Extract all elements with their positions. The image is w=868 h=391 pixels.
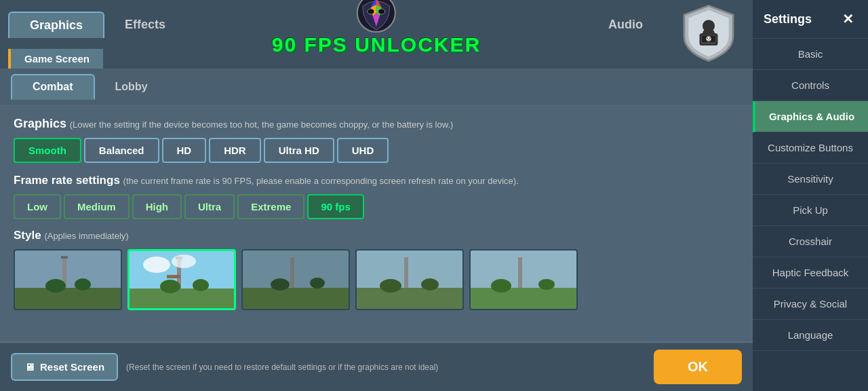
reset-label: Reset Screen bbox=[40, 361, 104, 373]
svg-point-34 bbox=[421, 278, 439, 291]
svg-point-39 bbox=[538, 279, 555, 290]
close-icon[interactable]: ✕ bbox=[838, 10, 857, 29]
style-section-title: Style (Applies immediately) bbox=[14, 229, 739, 242]
svg-rect-31 bbox=[357, 288, 464, 310]
frame-medium[interactable]: Medium bbox=[64, 194, 130, 219]
frame-extreme[interactable]: Extreme bbox=[237, 194, 304, 219]
svg-rect-32 bbox=[404, 257, 408, 288]
top-tab-bar: Graphics Effects 90 FPS UNLOCKER bbox=[0, 0, 753, 49]
monitor-icon: 🖥 bbox=[24, 361, 35, 373]
sidebar-item-basic[interactable]: Basic bbox=[753, 39, 868, 70]
style-thumbnail-group bbox=[14, 249, 739, 310]
mask-logo-container: 90 FPS UNLOCKER bbox=[272, 0, 481, 56]
frame-low[interactable]: Low bbox=[14, 194, 61, 219]
svg-point-28 bbox=[271, 278, 290, 291]
frame-rate-button-group: Low Medium High Ultra Extreme 90 fps bbox=[14, 194, 739, 219]
style-subtitle: (Applies immediately) bbox=[44, 231, 128, 241]
frame-ultra[interactable]: Ultra bbox=[184, 194, 235, 219]
style-section: Style (Applies immediately) bbox=[14, 229, 739, 310]
quality-hdr[interactable]: HDR bbox=[209, 138, 261, 163]
svg-rect-24 bbox=[167, 275, 180, 278]
main-content: Graphics Effects 90 FPS UNLOCKER bbox=[0, 0, 753, 391]
sidebar-item-crosshair[interactable]: Crosshair bbox=[753, 226, 868, 257]
svg-rect-26 bbox=[243, 288, 350, 310]
style-label: Style bbox=[14, 229, 41, 242]
fps-title: 90 FPS UNLOCKER bbox=[272, 33, 481, 56]
frame-90fps[interactable]: 90 fps bbox=[307, 194, 363, 219]
style-thumb-4[interactable] bbox=[355, 249, 464, 310]
tab-effects[interactable]: Effects bbox=[104, 12, 186, 37]
quality-hd[interactable]: HD bbox=[162, 138, 207, 163]
tab-audio[interactable]: Audio bbox=[588, 12, 663, 37]
svg-rect-35 bbox=[471, 250, 578, 288]
quality-button-group: Smooth Balanced HD HDR Ultra HD UHD bbox=[14, 138, 739, 163]
svg-rect-13 bbox=[61, 256, 68, 259]
frame-rate-section: Frame rate settings (the current frame r… bbox=[14, 174, 739, 219]
tab-combat[interactable]: Combat bbox=[11, 74, 95, 100]
svg-point-20 bbox=[143, 257, 170, 273]
sidebar-item-graphics-audio[interactable]: Graphics & Audio bbox=[753, 101, 868, 132]
quality-balanced[interactable]: Balanced bbox=[84, 138, 159, 163]
game-screen-tab[interactable]: Game Screen bbox=[8, 49, 103, 69]
style-thumb-3[interactable] bbox=[241, 249, 350, 310]
ok-button[interactable]: OK bbox=[654, 350, 742, 384]
style-thumb-5[interactable] bbox=[469, 249, 578, 310]
svg-point-9 bbox=[709, 37, 711, 39]
sub-tab-bar: Combat Lobby bbox=[0, 69, 753, 106]
svg-point-15 bbox=[75, 278, 91, 291]
quality-ultra-hd[interactable]: Ultra HD bbox=[264, 138, 334, 163]
svg-rect-30 bbox=[357, 250, 464, 288]
sidebar-item-language[interactable]: Language bbox=[753, 320, 868, 351]
sidebar-item-sensitivity[interactable]: Sensitivity bbox=[753, 164, 868, 195]
svg-point-29 bbox=[310, 278, 325, 288]
svg-rect-11 bbox=[15, 288, 122, 310]
quality-smooth[interactable]: Smooth bbox=[14, 138, 81, 163]
svg-point-21 bbox=[172, 255, 196, 268]
sidebar-item-pick-up[interactable]: Pick Up bbox=[753, 195, 868, 226]
sidebar-item-privacy-social[interactable]: Privacy & Social bbox=[753, 288, 868, 320]
graphics-subtitle: (Lower the setting if the device becomes… bbox=[70, 119, 454, 130]
svg-rect-10 bbox=[15, 250, 122, 288]
svg-point-8 bbox=[707, 37, 708, 39]
bottom-bar: 🖥 Reset Screen (Reset the screen if you … bbox=[0, 341, 753, 391]
style-thumb-2[interactable] bbox=[127, 249, 236, 310]
tab-graphics[interactable]: Graphics bbox=[8, 12, 104, 38]
quality-uhd[interactable]: UHD bbox=[337, 138, 389, 163]
svg-rect-27 bbox=[290, 257, 294, 288]
sidebar: Settings ✕ Basic Controls Graphics & Aud… bbox=[753, 0, 868, 391]
graphics-section-title: Graphics (Lower the setting if the devic… bbox=[14, 117, 739, 131]
graphics-label: Graphics bbox=[14, 117, 66, 130]
frame-rate-title: Frame rate settings (the current frame r… bbox=[14, 174, 739, 187]
sidebar-title: Settings bbox=[764, 12, 812, 26]
svg-point-23 bbox=[193, 279, 209, 291]
svg-rect-17 bbox=[130, 288, 236, 310]
svg-rect-37 bbox=[518, 257, 522, 288]
svg-rect-25 bbox=[243, 250, 350, 288]
frame-rate-subtitle: (the current frame rate is 90 FPS, pleas… bbox=[123, 176, 519, 186]
shield-logo bbox=[678, 3, 739, 64]
settings-panel: Graphics (Lower the setting if the devic… bbox=[0, 106, 753, 341]
mask-icon bbox=[356, 0, 397, 33]
frame-high[interactable]: High bbox=[132, 194, 182, 219]
svg-point-14 bbox=[45, 279, 66, 293]
svg-point-22 bbox=[160, 280, 180, 293]
reset-note: (Reset the screen if you need to restore… bbox=[126, 362, 646, 372]
style-thumb-1[interactable] bbox=[14, 249, 122, 310]
svg-rect-36 bbox=[471, 288, 578, 310]
svg-point-33 bbox=[380, 279, 401, 293]
svg-point-1 bbox=[368, 9, 374, 14]
sidebar-item-customize-buttons[interactable]: Customize Buttons bbox=[753, 132, 868, 164]
svg-point-2 bbox=[378, 9, 385, 14]
sidebar-item-haptic-feedback[interactable]: Haptic Feedback bbox=[753, 257, 868, 288]
svg-point-7 bbox=[706, 37, 711, 41]
frame-rate-label: Frame rate settings bbox=[14, 174, 120, 187]
sidebar-item-controls[interactable]: Controls bbox=[753, 70, 868, 101]
svg-point-38 bbox=[491, 279, 511, 293]
sidebar-header: Settings ✕ bbox=[753, 0, 868, 39]
reset-screen-button[interactable]: 🖥 Reset Screen bbox=[11, 353, 118, 381]
tab-lobby[interactable]: Lobby bbox=[95, 75, 168, 98]
